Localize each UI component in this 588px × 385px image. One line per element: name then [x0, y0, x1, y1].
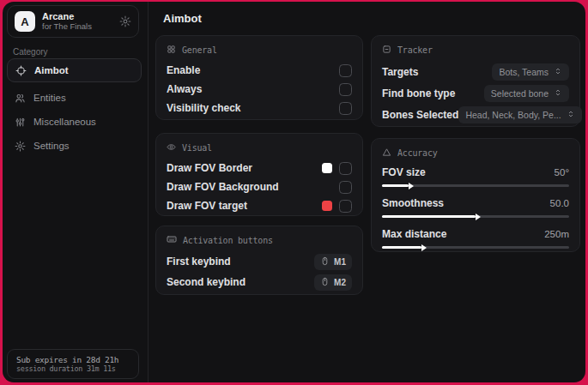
- card-tracker: Tracker Targets Bots, Teams Find bone ty…: [371, 35, 580, 127]
- app-window: A Arcane for The Finals Category Aimbot: [3, 2, 585, 382]
- always-checkbox[interactable]: [339, 83, 352, 96]
- subscription-info-card: Sub expires in 28d 21h session duration …: [7, 349, 139, 379]
- eye-icon: [167, 142, 176, 153]
- triangle-icon: [382, 147, 391, 159]
- setting-row-second-keybind: Second keybind M2: [167, 272, 352, 292]
- card-activation-buttons: Activation buttons First keybind M1 Seco…: [155, 226, 363, 295]
- fov-target-color-swatch[interactable]: [322, 201, 332, 211]
- setting-row-enable: Enable: [167, 61, 352, 80]
- fov-size-value: 50°: [555, 167, 569, 177]
- setting-row-draw-fov-background: Draw FOV Background: [167, 177, 352, 196]
- setting-row-targets: Targets Bots, Teams: [382, 61, 569, 82]
- draw-fov-border-checkbox[interactable]: [339, 162, 352, 175]
- app-name: Arcane: [42, 11, 92, 22]
- app-logo: A: [15, 11, 35, 32]
- card-title: Activation buttons: [183, 236, 273, 245]
- fov-border-color-swatch[interactable]: [322, 163, 332, 173]
- session-duration-text: session duration 31m 11s: [16, 364, 130, 373]
- unfold-icon: [554, 67, 562, 77]
- mouse-icon: [320, 277, 330, 288]
- slider-fill[interactable]: [382, 215, 476, 218]
- sidebar-item-miscellaneous[interactable]: Miscellaneous: [7, 110, 142, 134]
- smoothness-slider[interactable]: [382, 215, 569, 218]
- card-general: General Enable Always Visibility check: [155, 35, 363, 120]
- fov-size-slider[interactable]: [382, 184, 569, 187]
- gear-icon: [15, 141, 26, 152]
- app-subtitle: for The Finals: [42, 22, 92, 32]
- sub-expiry-text: Sub expires in 28d 21h: [16, 355, 130, 364]
- targets-dropdown[interactable]: Bots, Teams: [492, 63, 569, 81]
- crosshair-icon: [15, 65, 27, 76]
- draw-fov-background-checkbox[interactable]: [339, 181, 352, 194]
- mouse-icon: [320, 256, 330, 268]
- card-title: Visual: [182, 143, 212, 153]
- setting-row-find-bone-type: Find bone type Selected bone: [382, 82, 569, 104]
- slider-fill[interactable]: [382, 184, 409, 187]
- setting-row-draw-fov-target: Draw FOV target: [167, 196, 352, 215]
- setting-row-first-keybind: First keybind M1: [167, 251, 352, 272]
- card-title: Tracker: [397, 45, 433, 55]
- smoothness-value: 50.0: [550, 198, 569, 208]
- setting-group-fov-size: FOV size 50°: [382, 165, 569, 187]
- grid-icon: [167, 45, 176, 56]
- setting-group-max-distance: Max distance 250m: [382, 227, 569, 249]
- sidebar-item-label: Entities: [33, 93, 66, 103]
- category-label: Category: [13, 47, 48, 57]
- first-keybind-button[interactable]: M1: [314, 254, 352, 270]
- second-keybind-button[interactable]: M2: [314, 274, 352, 291]
- sidebar-item-label: Miscellaneous: [33, 117, 96, 127]
- visibility-check-checkbox[interactable]: [339, 102, 352, 115]
- card-title: General: [182, 45, 217, 55]
- sidebar: A Arcane for The Finals Category Aimbot: [3, 2, 149, 382]
- unfold-icon: [567, 110, 575, 120]
- draw-fov-target-checkbox[interactable]: [339, 200, 352, 213]
- slider-fill[interactable]: [382, 246, 421, 249]
- sidebar-item-entities[interactable]: Entities: [7, 86, 142, 110]
- setting-row-bones-selected: Bones Selected Head, Neck, Body, Pe...: [382, 104, 569, 125]
- sliders-icon: [15, 117, 26, 128]
- max-distance-slider[interactable]: [382, 246, 569, 249]
- card-accuracy: Accuracy FOV size 50° Smoothness 50.0 Ma…: [371, 138, 580, 252]
- page-title: Aimbot: [163, 12, 202, 25]
- app-header-card: A Arcane for The Finals: [7, 5, 139, 38]
- bones-selected-dropdown[interactable]: Head, Neck, Body, Pe...: [458, 106, 581, 123]
- enable-checkbox[interactable]: [339, 64, 352, 77]
- sidebar-item-aimbot[interactable]: Aimbot: [7, 58, 142, 82]
- app-title-block: Arcane for The Finals: [42, 11, 92, 32]
- setting-row-always: Always: [167, 80, 352, 99]
- setting-row-visibility-check: Visibility check: [167, 99, 352, 117]
- card-title: Accuracy: [397, 148, 438, 158]
- minus-square-icon: [382, 45, 391, 56]
- setting-group-smoothness: Smoothness 50.0: [382, 196, 569, 218]
- refresh-icon[interactable]: [119, 15, 131, 27]
- unfold-icon: [554, 88, 562, 99]
- sidebar-item-label: Settings: [33, 141, 70, 151]
- users-icon: [15, 93, 26, 104]
- sidebar-item-settings[interactable]: Settings: [7, 134, 142, 158]
- sidebar-item-label: Aimbot: [34, 65, 69, 75]
- setting-row-draw-fov-border: Draw FOV Border: [167, 159, 352, 177]
- max-distance-value: 250m: [544, 229, 569, 239]
- card-visual: Visual Draw FOV Border Draw FOV Backgrou…: [155, 133, 363, 216]
- find-bone-type-dropdown[interactable]: Selected bone: [484, 85, 569, 102]
- keyboard-icon: [167, 234, 177, 246]
